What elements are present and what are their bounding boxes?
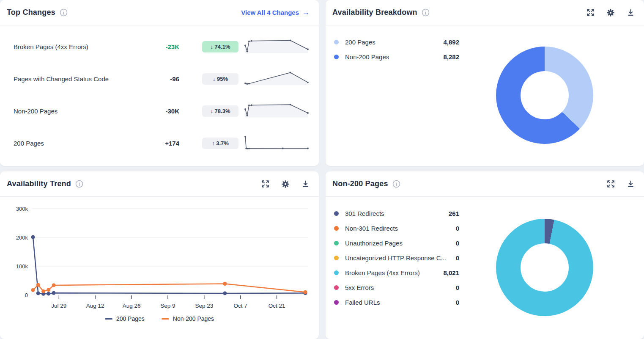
- change-row-label: Broken Pages (4xx Errors): [14, 43, 141, 50]
- legend-dot-icon: [334, 256, 339, 260]
- donut-hole: [521, 71, 569, 119]
- change-row[interactable]: Broken Pages (4xx Errors) -23K ↓ 74.1%: [0, 30, 319, 63]
- change-row[interactable]: Non-200 Pages -30K ↓ 78.3%: [0, 95, 319, 127]
- availability-breakdown-donut[interactable]: [496, 47, 593, 144]
- legend-item[interactable]: Uncategorized HTTP Response C... 0: [334, 251, 459, 265]
- svg-text:200k: 200k: [16, 234, 28, 241]
- non-200-pages-header: Non-200 Pages: [326, 171, 644, 197]
- availability-trend-body: 0100k200k300kJul 29Aug 12Aug 26Sep 9Sep …: [0, 197, 319, 322]
- change-row-label: Pages with Changed Status Code: [14, 75, 141, 83]
- svg-text:Sep 9: Sep 9: [160, 303, 175, 309]
- change-row-value: -96: [141, 75, 179, 83]
- settings-icon: [281, 180, 290, 188]
- info-icon[interactable]: [75, 180, 83, 188]
- legend-label: Uncategorized HTTP Response C...: [345, 254, 452, 262]
- card-title: Availability Breakdown: [332, 8, 417, 17]
- legend-value: 261: [449, 210, 459, 217]
- legend-value: 0: [456, 225, 459, 232]
- settings-button[interactable]: [281, 180, 290, 188]
- sparkline-chart: [244, 71, 309, 87]
- change-row-badge: ↓ 78.3%: [202, 105, 238, 117]
- view-all-link[interactable]: View All 4 Changes →: [241, 8, 310, 17]
- legend-item[interactable]: Unauthorized Pages 0: [334, 236, 459, 251]
- change-row-badge: ↓ 74.1%: [202, 41, 238, 52]
- availability-trend-legend: 200 PagesNon-200 Pages: [0, 315, 319, 322]
- info-icon[interactable]: [392, 180, 400, 188]
- change-row-value: +174: [141, 140, 179, 147]
- svg-text:Aug 26: Aug 26: [123, 303, 141, 309]
- info-icon[interactable]: [60, 8, 68, 17]
- arrow-right-icon: →: [302, 8, 310, 17]
- expand-icon: [607, 180, 615, 188]
- sparkline-chart: [244, 39, 309, 55]
- non-200-pages-legend: 301 Redirects 261 Non-301 Redirects 0 Un…: [326, 197, 644, 310]
- legend-label: Unauthorized Pages: [345, 240, 452, 247]
- top-changes-card: Top Changes View All 4 Changes → Broken …: [0, 0, 319, 166]
- header-actions: [607, 180, 635, 188]
- svg-text:Jul 29: Jul 29: [51, 303, 66, 309]
- legend-label: Failed URLs: [345, 299, 452, 306]
- sparkline-chart: [244, 135, 309, 151]
- legend-item[interactable]: 5xx Errors 0: [334, 280, 459, 295]
- top-changes-rows: Broken Pages (4xx Errors) -23K ↓ 74.1% P…: [0, 25, 319, 159]
- legend-value: 4,892: [443, 39, 459, 46]
- legend-dot-icon: [334, 270, 339, 275]
- legend-label: Non-200 Pages: [345, 53, 439, 61]
- legend-dot-icon: [334, 300, 339, 305]
- change-row[interactable]: 200 Pages +174 ↑ 3.7%: [0, 127, 319, 159]
- non-200-pages-card: Non-200 Pages 301 Redirects 261 Non-301 …: [326, 171, 644, 339]
- card-title: Availability Trend: [7, 179, 71, 188]
- svg-text:Oct 7: Oct 7: [234, 303, 247, 309]
- legend-item[interactable]: 301 Redirects 261: [334, 206, 459, 221]
- legend-value: 8,021: [443, 269, 459, 276]
- change-row-value: -30K: [141, 107, 179, 115]
- download-button[interactable]: [627, 8, 635, 17]
- expand-button[interactable]: [261, 180, 269, 188]
- trend-legend-label: 200 Pages: [116, 315, 145, 322]
- download-button[interactable]: [301, 180, 310, 188]
- availability-trend-header: Availability Trend: [0, 171, 319, 197]
- info-icon[interactable]: [422, 8, 430, 17]
- legend-item[interactable]: Non-200 Pages 8,282: [334, 50, 459, 64]
- settings-button[interactable]: [606, 8, 615, 17]
- legend-value: 0: [456, 240, 459, 247]
- legend-value: 0: [456, 254, 459, 262]
- settings-icon: [606, 8, 615, 17]
- legend-line-swatch-icon: [162, 318, 169, 320]
- view-all-label: View All 4 Changes: [241, 9, 299, 16]
- availability-breakdown-header: Availability Breakdown: [326, 0, 644, 25]
- legend-dot-icon: [334, 211, 339, 216]
- svg-text:Sep 23: Sep 23: [195, 303, 213, 309]
- legend-label: Broken Pages (4xx Errors): [345, 269, 439, 276]
- legend-item[interactable]: Non-301 Redirects 0: [334, 221, 459, 236]
- sparkline-chart: [244, 103, 309, 119]
- legend-dot-icon: [334, 226, 339, 231]
- svg-text:Aug 12: Aug 12: [86, 303, 104, 309]
- change-row-label: 200 Pages: [14, 140, 141, 147]
- non-200-pages-donut[interactable]: [496, 219, 593, 316]
- header-actions: [261, 180, 310, 188]
- legend-value: 0: [456, 284, 459, 291]
- legend-item[interactable]: Broken Pages (4xx Errors) 8,021: [334, 265, 459, 280]
- svg-text:Oct 21: Oct 21: [269, 303, 285, 309]
- expand-icon: [586, 8, 595, 17]
- svg-text:0: 0: [25, 292, 28, 298]
- dashboard: Top Changes View All 4 Changes → Broken …: [0, 0, 644, 339]
- availability-trend-chart[interactable]: 0100k200k300kJul 29Aug 12Aug 26Sep 9Sep …: [0, 197, 319, 312]
- download-button[interactable]: [627, 180, 635, 188]
- download-icon: [627, 180, 635, 188]
- donut-hole: [521, 243, 569, 292]
- expand-button[interactable]: [607, 180, 615, 188]
- legend-value: 8,282: [443, 53, 459, 61]
- change-row-value: -23K: [141, 43, 179, 50]
- download-icon: [301, 180, 310, 188]
- legend-item[interactable]: 200 Pages 4,892: [334, 35, 459, 50]
- change-row[interactable]: Pages with Changed Status Code -96 ↓ 95%: [0, 63, 319, 95]
- change-row-badge: ↑ 3.7%: [202, 138, 238, 149]
- legend-item[interactable]: Failed URLs 0: [334, 295, 459, 310]
- legend-label: 200 Pages: [345, 39, 439, 46]
- trend-legend-item[interactable]: 200 Pages: [105, 315, 145, 322]
- trend-legend-item[interactable]: Non-200 Pages: [162, 315, 214, 322]
- expand-icon: [261, 180, 269, 188]
- expand-button[interactable]: [586, 8, 595, 17]
